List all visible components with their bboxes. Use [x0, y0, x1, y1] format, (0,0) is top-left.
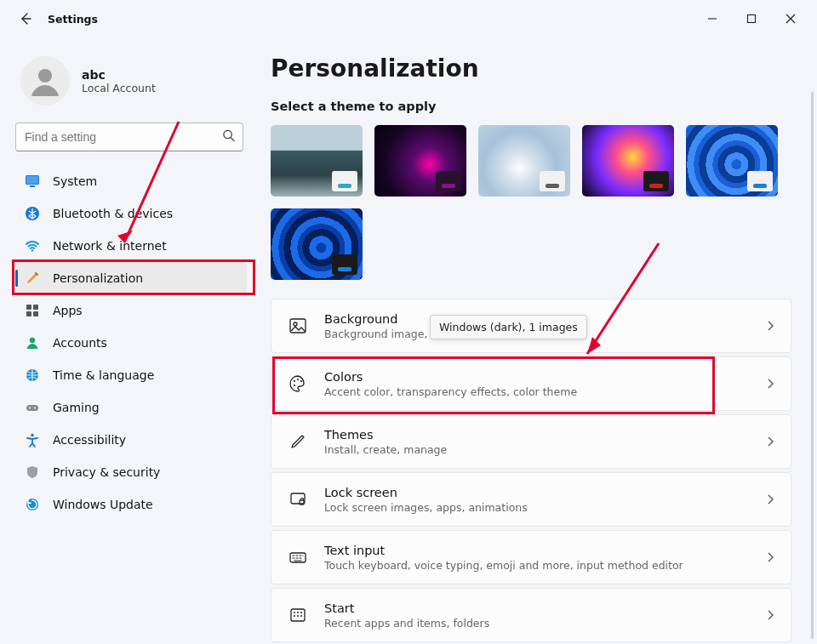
chevron-right-icon	[765, 376, 775, 392]
sidebar: abc Local Account System Bluetooth & dev…	[0, 37, 255, 644]
sidebar-item-label: Privacy & security	[53, 465, 160, 479]
sidebar-item-label: System	[53, 174, 97, 188]
svg-point-2	[224, 130, 231, 138]
sidebar-item-bluetooth[interactable]: Bluetooth & devices	[15, 197, 247, 230]
card-colors[interactable]: Colors Accent color, transparency effect…	[271, 356, 791, 411]
svg-point-32	[294, 615, 295, 617]
svg-rect-0	[748, 15, 756, 23]
start-icon	[287, 604, 309, 626]
sidebar-item-personalization[interactable]: Personalization	[15, 262, 247, 294]
card-start[interactable]: Start Recent apps and items, folders	[271, 588, 791, 642]
svg-point-16	[34, 407, 36, 409]
card-title: Lock screen	[324, 486, 750, 499]
person-icon	[24, 334, 41, 351]
svg-point-22	[297, 379, 299, 380]
svg-point-1	[38, 69, 52, 83]
svg-point-31	[300, 612, 302, 613]
svg-point-20	[294, 322, 297, 326]
svg-point-21	[294, 380, 295, 382]
sidebar-item-label: Time & language	[53, 368, 154, 382]
accessibility-icon	[24, 431, 41, 448]
sidebar-item-label: Gaming	[53, 401, 100, 414]
chevron-right-icon	[765, 318, 775, 334]
chevron-right-icon	[765, 550, 775, 566]
palette-icon	[287, 373, 309, 395]
back-button[interactable]	[15, 9, 36, 29]
sidebar-item-accessibility[interactable]: Accessibility	[15, 424, 247, 456]
chevron-right-icon	[765, 434, 775, 450]
sidebar-item-time-language[interactable]: Time & language	[15, 359, 247, 391]
sidebar-item-label: Accessibility	[53, 433, 126, 447]
globe-clock-icon	[24, 367, 41, 384]
vertical-scrollbar[interactable]	[811, 92, 814, 639]
maximize-button[interactable]	[732, 5, 771, 32]
update-icon	[24, 496, 41, 513]
svg-point-29	[294, 612, 295, 613]
monitor-icon	[24, 173, 41, 190]
picture-icon	[287, 315, 309, 337]
bluetooth-icon	[24, 205, 41, 222]
theme-tile-2[interactable]	[374, 125, 466, 197]
profile-block[interactable]: abc Local Account	[15, 44, 247, 121]
theme-tile-5[interactable]	[686, 125, 778, 197]
maximize-icon	[746, 14, 757, 24]
sidebar-item-accounts[interactable]: Accounts	[15, 327, 247, 359]
svg-rect-4	[26, 176, 38, 184]
theme-tile-1[interactable]	[271, 125, 363, 197]
sidebar-item-windows-update[interactable]: Windows Update	[15, 488, 247, 521]
card-desc: Install, create, manage	[324, 443, 750, 456]
keyboard-icon	[287, 546, 309, 568]
search-icon	[222, 129, 235, 145]
sidebar-item-label: Personalization	[53, 271, 143, 285]
settings-card-list: Background Background image, color Color…	[271, 299, 798, 642]
card-text-input[interactable]: Text input Touch keyboard, voice typing,…	[271, 530, 791, 584]
card-lock-screen[interactable]: Lock screen Lock screen images, apps, an…	[271, 472, 791, 527]
svg-rect-10	[26, 311, 31, 316]
sidebar-item-apps[interactable]: Apps	[15, 294, 247, 327]
chevron-right-icon	[765, 607, 775, 624]
chevron-right-icon	[765, 492, 775, 508]
svg-rect-14	[26, 405, 38, 411]
svg-rect-5	[30, 185, 35, 187]
paintbrush-icon	[24, 270, 41, 287]
svg-point-17	[31, 434, 34, 437]
svg-point-34	[300, 615, 302, 617]
wifi-icon	[24, 237, 41, 254]
sidebar-item-label: Windows Update	[53, 498, 153, 511]
gamepad-icon	[24, 399, 41, 416]
sidebar-item-label: Network & internet	[53, 239, 167, 253]
svg-point-12	[30, 338, 35, 343]
tooltip: Windows (dark), 1 images	[430, 315, 587, 339]
minimize-icon	[707, 14, 717, 24]
card-title: Colors	[324, 370, 750, 384]
theme-grid	[271, 125, 798, 280]
sidebar-item-privacy[interactable]: Privacy & security	[15, 456, 247, 488]
search-box[interactable]	[15, 123, 243, 151]
card-desc: Lock screen images, apps, animations	[324, 501, 750, 514]
close-button[interactable]	[771, 5, 810, 32]
sidebar-item-gaming[interactable]: Gaming	[15, 391, 247, 424]
themes-heading: Select a theme to apply	[271, 100, 798, 113]
avatar-icon	[26, 62, 64, 100]
search-input[interactable]	[15, 123, 243, 151]
svg-rect-9	[33, 305, 38, 310]
card-title: Themes	[324, 428, 750, 442]
card-themes[interactable]: Themes Install, create, manage	[271, 414, 791, 469]
main-panel: Personalization Select a theme to apply …	[255, 37, 817, 644]
svg-point-7	[31, 249, 34, 252]
svg-point-33	[297, 615, 299, 617]
shield-icon	[24, 464, 41, 481]
svg-rect-19	[290, 319, 306, 333]
profile-name: abc	[82, 68, 156, 82]
theme-tile-4[interactable]	[582, 125, 674, 197]
sidebar-item-label: Bluetooth & devices	[53, 207, 173, 220]
sidebar-item-system[interactable]: System	[15, 165, 247, 197]
theme-tile-6[interactable]	[271, 208, 363, 280]
arrow-left-icon	[19, 12, 32, 26]
avatar	[20, 56, 70, 105]
svg-point-23	[300, 380, 302, 382]
minimize-button[interactable]	[693, 5, 732, 32]
card-desc: Accent color, transparency effects, colo…	[324, 385, 750, 398]
sidebar-item-network[interactable]: Network & internet	[15, 230, 247, 262]
theme-tile-3[interactable]	[478, 125, 570, 197]
